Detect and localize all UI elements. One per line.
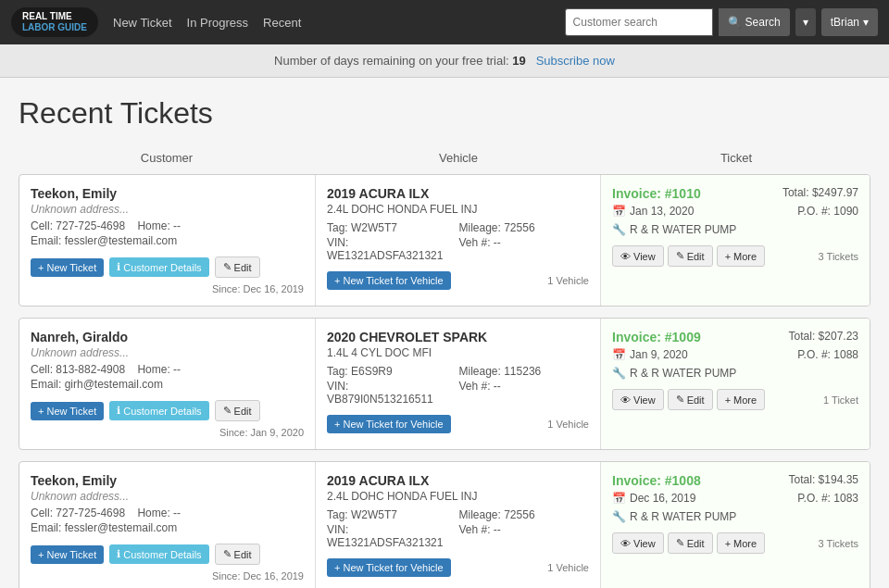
customer-cell: Cell: 727-725-4698 Home: --	[31, 219, 304, 232]
plus-icon: +	[725, 538, 731, 549]
vehicle-tag: Tag: W2W5T7	[327, 508, 457, 521]
edit-icon: ✎	[223, 548, 232, 560]
invoice-po: P.O. #: 1090	[797, 205, 858, 218]
search-icon: 🔍	[728, 16, 742, 29]
trial-text: Number of days remaining on your free tr…	[274, 54, 509, 68]
nav-new-ticket[interactable]: New Ticket	[113, 16, 172, 30]
invoice-header: Invoice: #1008 Total: $194.35	[612, 473, 858, 488]
ticket-more-button[interactable]: + More	[717, 245, 766, 267]
calendar-icon: 📅	[612, 492, 626, 505]
ticket-panel: Invoice: #1008 Total: $194.35 📅 Dec 16, …	[601, 462, 870, 588]
vehicle-actions: + New Ticket for Vehicle 1 Vehicle	[327, 415, 589, 433]
ticket-more-button[interactable]: + More	[717, 389, 766, 410]
col-header-customer: Customer	[19, 151, 315, 165]
user-caret-icon: ▾	[863, 16, 869, 29]
ticket-row: Nanreh, Giraldo Unknown address... Cell:…	[19, 318, 870, 450]
plus-icon: +	[725, 394, 731, 406]
search-button[interactable]: 🔍 Search	[719, 8, 790, 36]
customer-address: Unknown address...	[31, 490, 304, 503]
invoice-po: P.O. #: 1088	[797, 348, 858, 361]
customer-edit-button[interactable]: ✎ Edit	[215, 544, 260, 565]
info-icon: ℹ	[117, 261, 120, 273]
subscribe-link[interactable]: Subscribe now	[536, 54, 615, 68]
plus-icon: +	[38, 549, 44, 560]
invoice-po: P.O. #: 1083	[797, 492, 858, 505]
ticket-count: 3 Tickets	[819, 251, 858, 262]
invoice-total: Total: $194.35	[789, 473, 858, 486]
vehicle-details: Tag: W2W5T7 Mileage: 72556 VIN: WE1321AD…	[327, 508, 589, 549]
vehicle-tag: Tag: E6S9R9	[327, 365, 457, 378]
ticket-buttons: 👁 View ✎ Edit + More	[612, 245, 765, 267]
calendar-icon: 📅	[612, 348, 626, 361]
customer-search-input[interactable]	[565, 8, 713, 36]
plus-icon: +	[334, 419, 340, 430]
vehicle-engine: 2.4L DOHC HONDA FUEL INJ	[327, 490, 589, 503]
ticket-buttons: 👁 View ✎ Edit + More	[612, 389, 765, 410]
vehicle-veh: Veh #: --	[459, 523, 590, 549]
eye-icon: 👁	[620, 538, 631, 549]
page-title: Recent Tickets	[19, 96, 870, 131]
vehicle-mileage: Mileage: 72556	[459, 221, 590, 234]
customer-name: Teekon, Emily	[31, 186, 304, 201]
wrench-icon: 🔧	[612, 510, 626, 523]
customer-details-button[interactable]: ℹ Customer Details	[109, 544, 208, 564]
ticket-edit-button[interactable]: ✎ Edit	[668, 532, 713, 554]
vehicle-count: 1 Vehicle	[547, 419, 589, 430]
customer-address: Unknown address...	[31, 346, 304, 359]
ticket-view-button[interactable]: 👁 View	[612, 389, 664, 410]
invoice-meta: 📅 Jan 9, 2020 P.O. #: 1088	[612, 348, 858, 361]
customer-email: Email: fessler@testemail.com	[31, 521, 304, 534]
edit-icon: ✎	[223, 405, 232, 417]
invoice-number: Invoice: #1010	[612, 186, 701, 201]
new-ticket-vehicle-button[interactable]: + New Ticket for Vehicle	[327, 271, 451, 290]
invoice-header: Invoice: #1009 Total: $207.23	[612, 330, 858, 344]
customer-since: Since: Jan 9, 2020	[219, 427, 304, 438]
vehicle-mileage: Mileage: 115236	[459, 365, 590, 378]
vehicle-tag: Tag: W2W5T7	[327, 221, 457, 234]
customer-address: Unknown address...	[31, 203, 304, 216]
vehicle-veh: Veh #: --	[459, 380, 590, 406]
invoice-service: 🔧 R & R WATER PUMP	[612, 223, 858, 236]
customer-details-button[interactable]: ℹ Customer Details	[109, 401, 208, 420]
col-header-vehicle: Vehicle	[315, 151, 602, 165]
ticket-view-button[interactable]: 👁 View	[612, 245, 664, 267]
new-ticket-button[interactable]: + New Ticket	[31, 545, 104, 564]
col-header-ticket: Ticket	[602, 151, 870, 165]
vehicle-count: 1 Vehicle	[547, 562, 589, 573]
customer-name: Teekon, Emily	[31, 473, 304, 488]
new-ticket-button[interactable]: + New Ticket	[31, 402, 104, 420]
plus-icon: +	[334, 562, 340, 573]
customer-edit-button[interactable]: ✎ Edit	[215, 400, 260, 421]
nav-in-progress[interactable]: In Progress	[187, 16, 248, 30]
customer-panel: Teekon, Emily Unknown address... Cell: 7…	[19, 462, 316, 588]
user-menu-button[interactable]: tBrian ▾	[821, 8, 878, 36]
vehicle-details: Tag: E6S9R9 Mileage: 115236 VIN: VB879I0…	[327, 365, 589, 406]
vehicle-actions: + New Ticket for Vehicle 1 Vehicle	[327, 271, 589, 290]
ticket-view-button[interactable]: 👁 View	[612, 532, 664, 554]
search-btn-label: Search	[745, 16, 781, 29]
info-icon: ℹ	[117, 548, 120, 560]
edit-icon: ✎	[676, 537, 684, 549]
vehicle-vin: VIN: WE1321ADSFA321321	[327, 523, 457, 549]
vehicle-count: 1 Vehicle	[547, 275, 589, 286]
wrench-icon: 🔧	[612, 223, 626, 236]
new-ticket-vehicle-button[interactable]: + New Ticket for Vehicle	[327, 558, 451, 577]
new-ticket-vehicle-button[interactable]: + New Ticket for Vehicle	[327, 415, 451, 433]
customer-details-button[interactable]: ℹ Customer Details	[109, 257, 208, 277]
ticket-edit-button[interactable]: ✎ Edit	[668, 245, 713, 267]
customer-edit-button[interactable]: ✎ Edit	[215, 256, 260, 278]
vehicle-details: Tag: W2W5T7 Mileage: 72556 VIN: WE1321AD…	[327, 221, 589, 262]
nav-recent[interactable]: Recent	[263, 16, 301, 30]
ticket-rows-container: Teekon, Emily Unknown address... Cell: 7…	[19, 174, 870, 588]
invoice-number: Invoice: #1008	[612, 473, 701, 488]
customer-since: Since: Dec 16, 2019	[212, 283, 304, 294]
navbar-right: 🔍 Search ▾ tBrian ▾	[565, 8, 878, 36]
ticket-panel: Invoice: #1009 Total: $207.23 📅 Jan 9, 2…	[601, 319, 870, 449]
ticket-row: Teekon, Emily Unknown address... Cell: 7…	[19, 461, 870, 588]
edit-icon: ✎	[676, 250, 684, 262]
ticket-actions: 👁 View ✎ Edit + More 1 Ticket	[612, 389, 858, 410]
ticket-edit-button[interactable]: ✎ Edit	[668, 389, 713, 410]
new-ticket-button[interactable]: + New Ticket	[31, 258, 104, 277]
search-caret-button[interactable]: ▾	[795, 8, 816, 36]
ticket-more-button[interactable]: + More	[717, 532, 766, 554]
